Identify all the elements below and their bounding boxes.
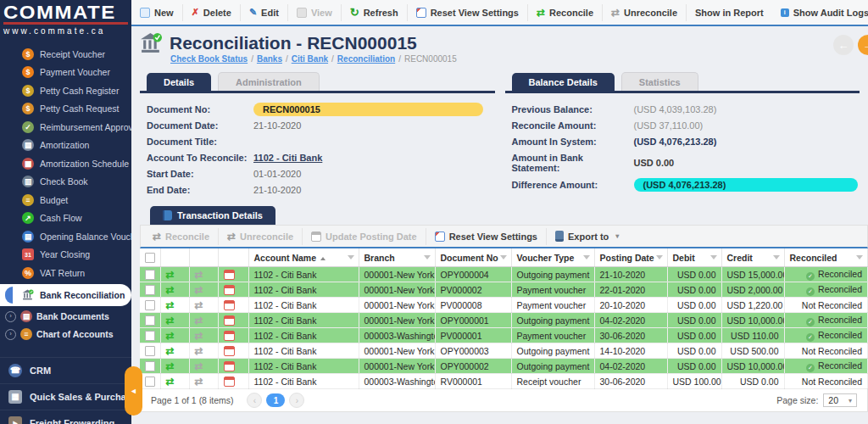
row-calendar-icon[interactable] [224, 315, 235, 326]
row-reconcile-icon[interactable]: ⇄ [166, 330, 175, 342]
sidebar-item[interactable]: $ Payment Voucher [0, 64, 131, 82]
tab-statistics[interactable]: Statistics [621, 72, 698, 91]
pager-page-1[interactable]: 1 [266, 393, 285, 407]
row-calendar-icon[interactable] [224, 346, 235, 356]
tab-transaction-details[interactable]: Transaction Details [150, 206, 275, 225]
show-audit-logs-button[interactable]: i Show Audit Logs [772, 4, 868, 21]
reconcile-button[interactable]: ⇄ Reconcile [528, 4, 603, 21]
column-header-account-name[interactable]: Account Name [248, 248, 359, 267]
row-checkbox[interactable] [145, 300, 155, 310]
row-unreconcile-icon[interactable]: ⇄ [195, 299, 203, 311]
row-unreconcile-icon[interactable]: ⇄ [195, 376, 203, 388]
previous-record-button[interactable]: ← [833, 35, 854, 55]
select-all-checkbox[interactable] [145, 253, 155, 263]
tab-balance-details[interactable]: Balance Details [512, 73, 615, 91]
grid-reconcile-button[interactable]: ⇄ Reconcile [144, 228, 219, 245]
tab-administration[interactable]: Administration [218, 72, 320, 91]
sidebar-item[interactable]: ▤ Opening Balance Voucher [0, 227, 131, 246]
new-button[interactable]: New [131, 4, 183, 21]
filter-icon[interactable] [710, 255, 717, 259]
column-header-credit[interactable]: Credit [721, 248, 784, 267]
row-checkbox[interactable] [145, 331, 155, 341]
pager-prev-button[interactable]: ‹ [247, 393, 262, 408]
row-checkbox[interactable] [145, 270, 155, 280]
filter-icon[interactable] [583, 255, 590, 259]
column-header-voucher-type[interactable]: Voucher Type [511, 248, 594, 267]
page-size-select[interactable]: 20 ▾ [823, 393, 857, 407]
row-reconcile-icon[interactable]: ⇄ [166, 376, 175, 388]
sidebar-item[interactable]: $ Petty Cash Register [0, 81, 131, 100]
sidebar-item[interactable]: ▦ Amortization Schedule [0, 154, 131, 173]
unreconcile-button[interactable]: ⇄ Unreconcile [603, 4, 687, 21]
expand-icon[interactable]: › [5, 311, 16, 322]
row-unreconcile-icon[interactable]: ⇄ [195, 330, 203, 342]
breadcrumb-link[interactable]: Banks [257, 54, 282, 64]
row-reconcile-icon[interactable]: ⇄ [166, 345, 175, 357]
filter-icon[interactable] [500, 255, 507, 259]
sidebar-module[interactable]: ▸ Freight Frowarding [0, 410, 131, 424]
row-reconcile-icon[interactable]: ⇄ [166, 360, 175, 372]
column-header-branch[interactable]: Branch [359, 248, 435, 267]
sidebar-item-bank-reconciliation[interactable]: Bank Reconciliation [0, 284, 131, 306]
row-reconcile-icon[interactable]: ⇄ [166, 284, 175, 296]
edit-button[interactable]: ✎ Edit [241, 4, 288, 21]
sidebar-item[interactable]: › ▤ Bank Documents [0, 308, 131, 326]
view-button[interactable]: View [288, 4, 342, 21]
sidebar-item[interactable]: $ Receipt Voucher [0, 45, 131, 64]
column-header-debit[interactable]: Debit [667, 248, 721, 267]
breadcrumb-link[interactable]: Citi Bank [292, 54, 328, 64]
next-record-button[interactable]: → [858, 35, 868, 55]
row-checkbox[interactable] [145, 346, 155, 356]
sidebar-module[interactable]: ☎ CRM [0, 357, 131, 383]
account-to-reconcile-link[interactable]: 1102 - Citi Bank [253, 153, 322, 163]
row-unreconcile-icon[interactable]: ⇄ [195, 360, 203, 372]
sidebar-item[interactable]: ▥ Check Book [0, 173, 131, 192]
column-header-posting-date[interactable]: Posting Date [594, 248, 667, 267]
pager-next-button[interactable]: › [289, 393, 304, 408]
update-posting-date-button[interactable]: Update Posting Date [303, 228, 426, 245]
sidebar-item[interactable]: › ≡ Chart of Accounts [0, 326, 131, 343]
row-unreconcile-icon[interactable]: ⇄ [195, 269, 203, 281]
row-calendar-icon[interactable] [224, 377, 235, 387]
sidebar-item[interactable]: 31 Year Closing [0, 246, 131, 265]
row-checkbox[interactable] [145, 361, 155, 371]
sidebar-item[interactable]: ↗ Cash Flow [0, 209, 131, 228]
filter-icon[interactable] [424, 255, 431, 259]
sidebar-item[interactable]: ▤ Amortization [0, 137, 131, 155]
filter-icon[interactable] [348, 255, 354, 259]
row-calendar-icon[interactable] [224, 331, 235, 341]
row-calendar-icon[interactable] [224, 270, 235, 280]
row-unreconcile-icon[interactable]: ⇄ [195, 345, 203, 357]
refresh-button[interactable]: ↻ Refresh [342, 4, 408, 21]
row-unreconcile-icon[interactable]: ⇄ [195, 284, 203, 296]
select-all-header[interactable] [140, 248, 160, 267]
reset-view-settings-button[interactable]: Reset View Settings [408, 4, 528, 21]
row-checkbox[interactable] [145, 315, 155, 326]
row-reconcile-icon[interactable]: ⇄ [166, 299, 175, 311]
sidebar-item[interactable]: % VAT Return [0, 264, 131, 282]
row-calendar-icon[interactable] [224, 361, 235, 371]
grid-reset-view-settings-button[interactable]: Reset View Settings [426, 228, 547, 245]
sidebar-collapse-handle[interactable]: ◄ [125, 366, 142, 416]
breadcrumb-link[interactable]: Check Book Status [170, 54, 248, 64]
row-reconcile-icon[interactable]: ⇄ [166, 315, 175, 326]
column-header-reconciled[interactable]: Reconciled [784, 248, 868, 267]
export-to-button[interactable]: Export to ▾ [547, 228, 627, 245]
column-header-document-no[interactable]: Document No [435, 248, 511, 267]
tab-details[interactable]: Details [147, 73, 211, 91]
filter-icon[interactable] [773, 255, 780, 259]
breadcrumb-link[interactable]: Reconciliation [337, 54, 395, 64]
filter-icon[interactable] [856, 255, 863, 259]
sidebar-item[interactable]: $ Petty Cash Request [0, 100, 131, 119]
grid-unreconcile-button[interactable]: ⇄ Unreconcile [219, 228, 303, 245]
row-checkbox[interactable] [145, 285, 155, 295]
sidebar-module[interactable]: ▦ Quick Sales & Purchase [0, 383, 131, 410]
row-calendar-icon[interactable] [224, 285, 235, 295]
show-in-report-button[interactable]: Show in Report [687, 4, 772, 21]
filter-icon[interactable] [656, 255, 663, 259]
row-calendar-icon[interactable] [224, 300, 235, 310]
expand-icon[interactable]: › [5, 329, 16, 340]
row-checkbox[interactable] [145, 377, 155, 387]
row-reconcile-icon[interactable]: ⇄ [166, 269, 175, 281]
sidebar-item[interactable]: ≡ Budget [0, 191, 131, 209]
